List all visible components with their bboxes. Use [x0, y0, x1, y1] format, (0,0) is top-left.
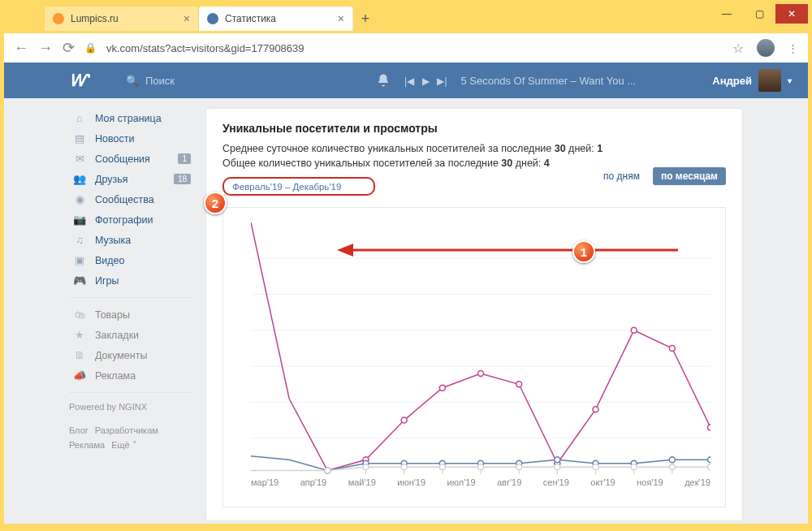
sidebar-footer: Powered by NGINX БлогРазработчикам Рекла…	[69, 399, 191, 453]
svg-point-25	[439, 385, 445, 391]
line-chart[interactable]: 102030405060	[251, 222, 710, 474]
tab-close-icon[interactable]: ×	[184, 12, 190, 25]
svg-point-27	[516, 382, 522, 387]
svg-point-51	[593, 464, 598, 470]
svg-point-24	[401, 417, 407, 423]
minimize-button[interactable]: —	[710, 4, 743, 24]
bookmark-icon[interactable]: ☆	[732, 41, 744, 56]
sidebar-item-messages[interactable]: ✉Сообщения1	[69, 149, 191, 169]
x-tick-label: апр'19	[300, 477, 327, 487]
message-icon: ✉	[72, 153, 87, 165]
sidebar-item-friends[interactable]: 👥Друзья18	[69, 169, 191, 189]
dev-link[interactable]: Разработчикам	[95, 425, 158, 435]
sidebar-item-market[interactable]: 🛍Товары	[69, 304, 191, 325]
game-icon: 🎮	[72, 274, 87, 287]
sidebar-item-bookmarks[interactable]: ★Закладки	[69, 325, 191, 345]
sidebar-item-my-page[interactable]: ⌂Моя страница	[69, 108, 191, 128]
content-panel: Уникальные посетители и просмотры Средне…	[205, 108, 743, 521]
play-icon[interactable]: ▶	[422, 76, 430, 87]
browser-tab-stats[interactable]: Статистика ×	[199, 6, 353, 31]
powered-by: Powered by NGINX	[69, 399, 191, 415]
back-button[interactable]: ←	[14, 40, 28, 57]
sidebar: ⌂Моя страница ▤Новости ✉Сообщения1 👥Друз…	[69, 108, 191, 521]
window-controls: — ▢ ✕	[710, 4, 808, 24]
x-tick-label: окт'19	[590, 477, 615, 487]
x-tick-label: авг'19	[497, 477, 521, 487]
doc-icon: 🗎	[72, 349, 87, 361]
chevron-down-icon: ▾	[788, 76, 792, 85]
groups-icon: ◉	[72, 193, 87, 205]
close-window-button[interactable]: ✕	[775, 4, 808, 24]
badge: 1	[178, 153, 191, 164]
sidebar-item-photos[interactable]: 📷Фотографии	[69, 209, 191, 230]
divider	[69, 392, 191, 393]
block-title: Уникальные посетители и просмотры	[222, 122, 726, 135]
next-track-icon[interactable]: ▶|	[437, 76, 447, 87]
x-tick-label: ноя'19	[637, 477, 663, 487]
browser-tab-lumpics[interactable]: Lumpics.ru ×	[45, 6, 199, 31]
sidebar-item-video[interactable]: ▣Видео	[69, 250, 191, 270]
tab-title: Статистика	[225, 13, 276, 24]
svg-point-45	[363, 464, 369, 470]
by-month-option[interactable]: по месяцам	[653, 167, 726, 185]
favicon-lumpics	[53, 13, 64, 24]
svg-point-29	[593, 407, 598, 412]
x-tick-label: мар'19	[251, 477, 279, 487]
sidebar-item-news[interactable]: ▤Новости	[69, 128, 191, 149]
svg-point-26	[478, 371, 484, 377]
now-playing-text[interactable]: 5 Seconds Of Summer – Want You ...	[461, 75, 637, 87]
chart-container: 102030405060 мар'19апр'19май'19июн'19июл…	[222, 207, 726, 507]
maximize-button[interactable]: ▢	[743, 4, 775, 24]
sidebar-item-ads[interactable]: 📣Реклама	[69, 365, 191, 386]
megaphone-icon: 📣	[72, 369, 87, 382]
forward-button[interactable]: →	[38, 40, 53, 57]
reload-button[interactable]: ⟳	[63, 39, 75, 57]
menu-icon[interactable]: ⋮	[788, 42, 798, 54]
user-menu[interactable]: Андрей ▾	[712, 69, 792, 92]
search-placeholder: Поиск	[145, 75, 175, 87]
svg-point-52	[631, 464, 637, 470]
more-link[interactable]: Ещё ˅	[111, 440, 137, 450]
vk-logo[interactable]: Ⱳ	[69, 71, 87, 90]
svg-marker-56	[337, 244, 353, 257]
user-avatar	[758, 69, 781, 92]
blog-link[interactable]: Блог	[69, 425, 89, 435]
svg-point-31	[669, 346, 675, 352]
music-player: |◀ ▶ ▶| 5 Seconds Of Summer – Want You .…	[376, 73, 636, 88]
url-text[interactable]: vk.com/stats?act=visitors&gid=177908639	[106, 42, 723, 54]
sidebar-item-music[interactable]: ♫Музыка	[69, 230, 191, 250]
svg-point-48	[478, 464, 484, 470]
sidebar-item-games[interactable]: 🎮Игры	[69, 270, 191, 291]
bell-icon[interactable]	[376, 73, 391, 88]
vk-header: Ⱳ 🔍 Поиск |◀ ▶ ▶| 5 Seconds Of Summer – …	[4, 63, 808, 98]
tab-close-icon[interactable]: ×	[338, 12, 344, 25]
x-tick-label: июн'19	[397, 477, 425, 487]
lock-icon: 🔒	[84, 42, 97, 54]
search-icon: 🔍	[126, 75, 139, 87]
x-tick-label: май'19	[348, 477, 376, 487]
annotation-marker-2: 2	[204, 192, 227, 214]
favicon-vk	[207, 13, 218, 24]
by-day-option[interactable]: по дням	[595, 167, 648, 185]
profile-avatar-icon[interactable]	[757, 39, 775, 57]
x-axis-labels: мар'19апр'19май'19июн'19июл'19авг'19сен'…	[251, 474, 710, 487]
svg-point-49	[516, 464, 522, 470]
svg-point-32	[708, 425, 711, 430]
sidebar-item-docs[interactable]: 🗎Документы	[69, 345, 191, 365]
svg-point-42	[669, 457, 675, 463]
new-tab-button[interactable]: +	[353, 11, 378, 28]
badge: 18	[174, 174, 191, 184]
ads-link[interactable]: Реклама	[69, 440, 105, 450]
divider	[69, 297, 191, 298]
prev-track-icon[interactable]: |◀	[404, 76, 414, 87]
video-icon: ▣	[72, 254, 87, 266]
annotation-arrow	[337, 240, 678, 260]
svg-point-44	[325, 468, 330, 473]
sidebar-item-groups[interactable]: ◉Сообщества	[69, 189, 191, 209]
search-box[interactable]: 🔍 Поиск	[126, 75, 280, 87]
date-range-pill[interactable]: Февраль'19 – Декабрь'19	[222, 177, 375, 196]
svg-point-30	[631, 327, 637, 333]
period-toggle: по дням по месяцам	[595, 167, 726, 185]
news-icon: ▤	[72, 132, 87, 145]
address-bar: ← → ⟳ 🔒 vk.com/stats?act=visitors&gid=17…	[4, 33, 808, 63]
